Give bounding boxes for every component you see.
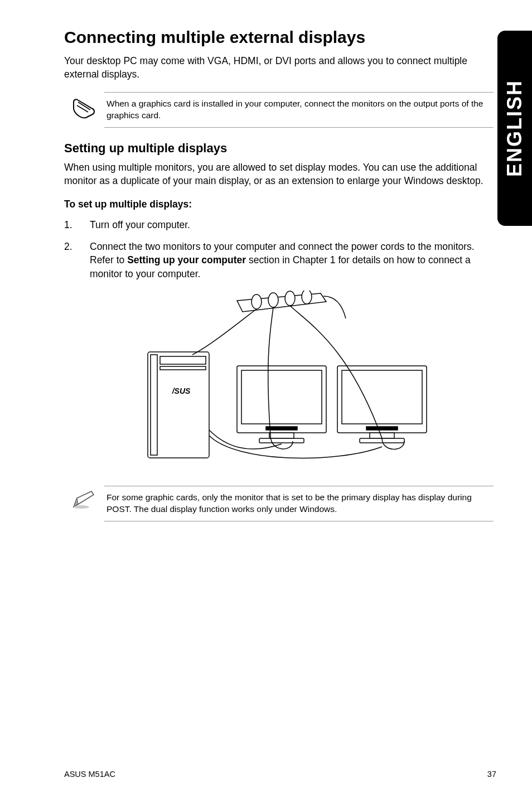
svg-rect-11 [269,433,294,438]
step-item-2: 2. Connect the two monitors to your comp… [64,240,494,281]
step-text-bold: Setting up your computer [127,254,246,265]
setup-diagram: /SUS [64,291,499,469]
footer-model: ASUS M51AC [64,770,115,779]
svg-text:/SUS: /SUS [171,386,190,395]
svg-rect-15 [342,370,422,424]
svg-point-0 [252,294,262,309]
svg-point-2 [285,291,295,306]
page-footer: ASUS M51AC 37 [64,770,496,779]
svg-point-1 [268,293,278,307]
svg-rect-10 [241,370,322,424]
info-note-text: When a graphics card is installed in you… [107,98,494,122]
pencil-note-block: For some graphic cards, only the monitor… [64,486,494,521]
step-number: 2. [64,240,90,281]
svg-rect-12 [259,438,304,443]
svg-rect-18 [366,427,398,430]
side-language-tab: ENGLISH [497,31,532,226]
svg-rect-7 [160,366,206,370]
side-language-text: ENGLISH [503,80,526,177]
step-item-1: 1. Turn off your computer. [64,218,494,232]
sub-heading: Setting up multiple displays [64,141,499,156]
step-number: 1. [64,218,90,232]
pencil-note-text: For some graphic cards, only the monitor… [107,492,494,515]
svg-rect-13 [266,427,297,430]
footer-page-number: 37 [487,770,496,779]
intro-paragraph: Your desktop PC may come with VGA, HDMI,… [64,55,494,81]
pencil-icon [64,486,104,510]
svg-rect-6 [160,356,206,364]
main-heading: Connecting multiple external displays [64,28,499,47]
step-text: Connect the two monitors to your compute… [90,240,494,281]
svg-point-3 [302,291,312,304]
hand-icon [64,92,104,119]
steps-title: To set up multiple displays: [64,199,499,210]
step-text: Turn off your computer. [90,218,494,232]
info-note-block: When a graphics card is installed in you… [64,92,494,128]
sub-intro-paragraph: When using multiple monitors, you are al… [64,161,494,187]
svg-point-19 [74,505,89,509]
svg-rect-5 [151,355,157,455]
